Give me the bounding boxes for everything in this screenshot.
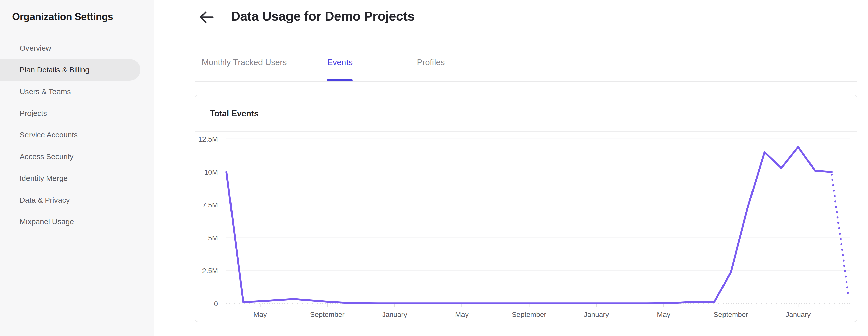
tab-monthly-tracked-users[interactable]: Monthly Tracked Users [202, 54, 287, 81]
left-arrow-icon [199, 21, 214, 25]
sidebar: Organization Settings Overview Plan Deta… [0, 0, 154, 336]
sidebar-item-mixpanel-usage[interactable]: Mixpanel Usage [0, 211, 154, 233]
sidebar-item-data-privacy[interactable]: Data & Privacy [0, 189, 154, 211]
tab-bar-divider [195, 81, 858, 82]
sidebar-item-users-teams[interactable]: Users & Teams [0, 81, 154, 102]
tab-events[interactable]: Events [327, 54, 352, 81]
sidebar-item-overview[interactable]: Overview [0, 37, 154, 59]
total-events-card: Total Events [195, 95, 858, 322]
main-content: Data Usage for Demo Projects Monthly Tra… [154, 0, 868, 336]
sidebar-item-projects[interactable]: Projects [0, 102, 154, 124]
sidebar-item-service-accounts[interactable]: Service Accounts [0, 124, 154, 146]
sidebar-item-identity-merge[interactable]: Identity Merge [0, 167, 154, 189]
card-divider [195, 131, 857, 132]
sidebar-item-access-security[interactable]: Access Security [0, 146, 154, 167]
organization-settings-page: Organization Settings Overview Plan Deta… [0, 0, 868, 336]
back-button[interactable] [199, 10, 214, 24]
tab-bar: Monthly Tracked Users Events Profiles [195, 54, 444, 81]
sidebar-title: Organization Settings [12, 11, 113, 23]
tab-profiles[interactable]: Profiles [417, 54, 444, 81]
sidebar-item-plan-details-billing[interactable]: Plan Details & Billing [0, 59, 141, 81]
sidebar-nav: Overview Plan Details & Billing Users & … [0, 37, 154, 233]
chart-title: Total Events [210, 109, 259, 118]
page-title: Data Usage for Demo Projects [231, 8, 414, 24]
